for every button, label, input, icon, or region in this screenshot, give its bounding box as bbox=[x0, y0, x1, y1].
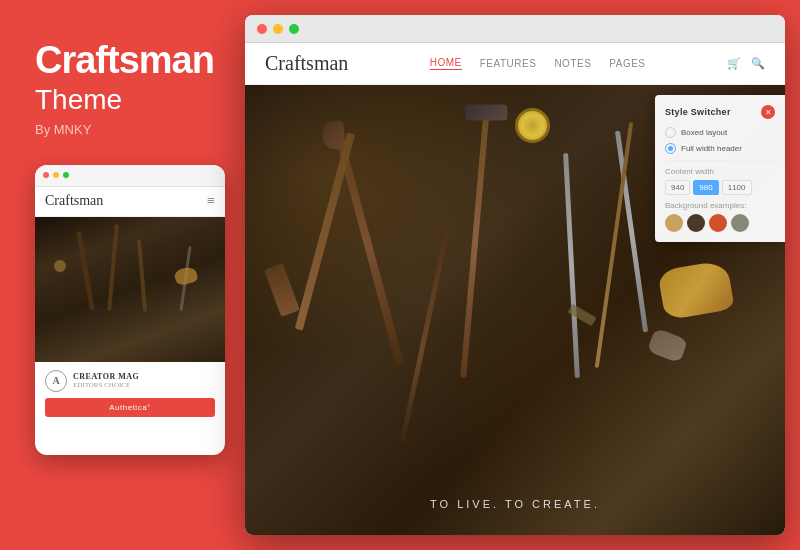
brand-author: By MNKY bbox=[35, 122, 215, 137]
bg-circle-gray[interactable] bbox=[731, 214, 749, 232]
mobile-dot-red bbox=[43, 172, 49, 178]
switcher-divider bbox=[665, 160, 775, 161]
desktop-nav-links: HOME FEATURES NOTES PAGES bbox=[430, 57, 646, 70]
desktop-browser-bar bbox=[245, 15, 785, 43]
brand-title: Craftsman bbox=[35, 40, 215, 82]
desktop-hero: TO LIVE. TO CREATE. Style Switcher ✕ Box… bbox=[245, 85, 785, 535]
badge-sub-text: EDITORS CHOICE bbox=[73, 381, 139, 389]
option-fullwidth-label: Full width header bbox=[681, 144, 742, 153]
desktop-nav: Craftsman HOME FEATURES NOTES PAGES 🛒 🔍 bbox=[245, 43, 785, 85]
desktop-dot-yellow bbox=[273, 24, 283, 34]
radio-boxed[interactable] bbox=[665, 127, 676, 138]
bg-examples bbox=[665, 214, 775, 232]
switcher-header: Style Switcher ✕ bbox=[665, 105, 775, 119]
width-btn-980[interactable]: 980 bbox=[693, 180, 718, 195]
nav-features[interactable]: FEATURES bbox=[480, 58, 537, 69]
badge-letter: A bbox=[52, 375, 59, 386]
hamburger-icon[interactable]: ≡ bbox=[207, 193, 215, 209]
nav-icons: 🛒 🔍 bbox=[727, 57, 765, 70]
bg-circle-tan[interactable] bbox=[665, 214, 683, 232]
radio-fullwidth[interactable] bbox=[665, 143, 676, 154]
switcher-option-fullwidth[interactable]: Full width header bbox=[665, 143, 775, 154]
option-boxed-label: Boxed layout bbox=[681, 128, 727, 137]
right-panel: Craftsman HOME FEATURES NOTES PAGES 🛒 🔍 bbox=[245, 0, 800, 550]
switcher-option-boxed[interactable]: Boxed layout bbox=[665, 127, 775, 138]
content-width-label: Content width bbox=[665, 167, 775, 176]
switcher-close-button[interactable]: ✕ bbox=[761, 105, 775, 119]
left-panel: Craftsman Theme By MNKY Craftsman ≡ TO L… bbox=[0, 0, 245, 550]
bg-circle-red[interactable] bbox=[709, 214, 727, 232]
switcher-title: Style Switcher bbox=[665, 107, 731, 117]
nav-home[interactable]: HOME bbox=[430, 57, 462, 70]
desktop-dot-red bbox=[257, 24, 267, 34]
nav-notes[interactable]: NOTES bbox=[554, 58, 591, 69]
mobile-dot-green bbox=[63, 172, 69, 178]
badge-text: CREATOR MAG EDITORS CHOICE bbox=[73, 372, 139, 389]
style-switcher-panel: Style Switcher ✕ Boxed layout Full width… bbox=[655, 95, 785, 242]
desktop-mockup: Craftsman HOME FEATURES NOTES PAGES 🛒 🔍 bbox=[245, 15, 785, 535]
mobile-logo: Craftsman bbox=[45, 193, 103, 209]
width-btn-1100[interactable]: 1100 bbox=[722, 180, 752, 195]
mobile-dot-yellow bbox=[53, 172, 59, 178]
tool-tape-decoration bbox=[515, 108, 550, 143]
desktop-dot-green bbox=[289, 24, 299, 34]
hero-caption: TO LIVE. TO CREATE. bbox=[430, 498, 600, 510]
brand-subtitle: Theme bbox=[35, 84, 215, 116]
mobile-hero-image: TO LIVE. TO CREATE. bbox=[35, 217, 225, 362]
mobile-badge: A CREATOR MAG EDITORS CHOICE bbox=[45, 370, 215, 392]
desktop-logo: Craftsman bbox=[265, 52, 348, 75]
bg-circle-dark[interactable] bbox=[687, 214, 705, 232]
badge-circle: A bbox=[45, 370, 67, 392]
mobile-browser-bar bbox=[35, 165, 225, 187]
search-icon[interactable]: 🔍 bbox=[751, 57, 765, 70]
mobile-nav: Craftsman ≡ bbox=[35, 187, 225, 217]
mobile-cta-button[interactable]: Authetica° bbox=[45, 398, 215, 417]
mobile-content: A CREATOR MAG EDITORS CHOICE Authetica° bbox=[35, 362, 225, 425]
width-buttons: 940 980 1100 bbox=[665, 180, 775, 195]
cart-icon[interactable]: 🛒 bbox=[727, 57, 741, 70]
badge-main-text: CREATOR MAG bbox=[73, 372, 139, 381]
nav-pages[interactable]: PAGES bbox=[609, 58, 645, 69]
bg-examples-label: Background examples: bbox=[665, 201, 775, 210]
mobile-mockup: Craftsman ≡ TO LIVE. TO CREATE. A bbox=[35, 165, 225, 455]
width-btn-940[interactable]: 940 bbox=[665, 180, 690, 195]
